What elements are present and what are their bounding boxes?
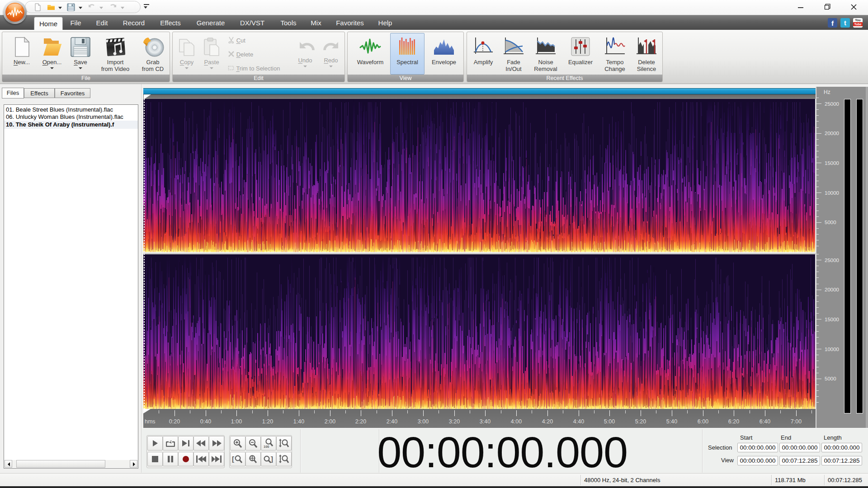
svg-text:[: [ <box>232 455 234 463</box>
svg-text:]: ] <box>271 455 273 463</box>
svg-text:100: 100 <box>264 445 269 448</box>
